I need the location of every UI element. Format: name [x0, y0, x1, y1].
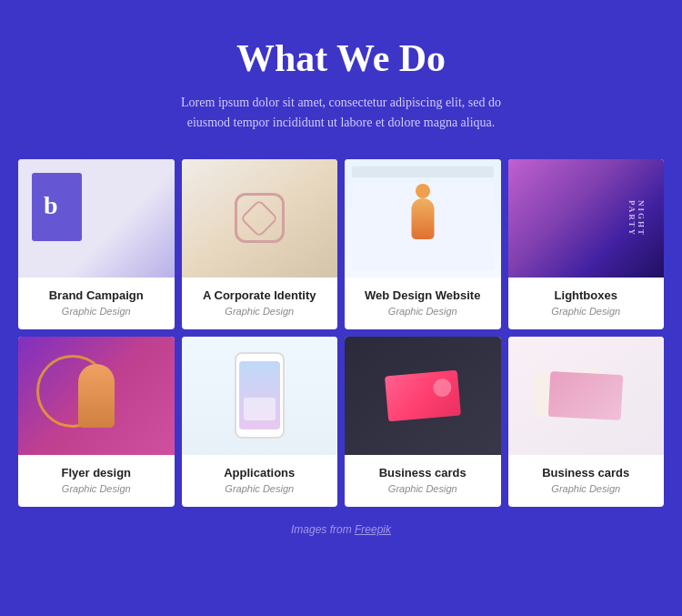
portfolio-grid: Brand CampaignGraphic DesignA Corporate …	[18, 159, 664, 507]
card-applications[interactable]: ApplicationsGraphic Design	[182, 337, 338, 507]
card-web-design[interactable]: Web Design WebsiteGraphic Design	[345, 159, 501, 329]
card-title-applications: Applications	[191, 466, 329, 480]
page-wrapper: What We Do Lorem ipsum dolor sit amet, c…	[0, 0, 682, 554]
section-description: Lorem ipsum dolor sit amet, consectetur …	[168, 93, 514, 134]
card-image-corporate-identity	[182, 159, 338, 278]
card-subtitle-corporate-identity: Graphic Design	[191, 306, 329, 317]
card-title-web-design: Web Design Website	[354, 288, 492, 302]
card-image-web-design	[345, 159, 501, 278]
footer-text: Images from	[291, 523, 355, 536]
card-subtitle-business-cards-2: Graphic Design	[517, 483, 656, 494]
card-subtitle-applications: Graphic Design	[191, 483, 329, 494]
card-business-cards-2[interactable]: Business cardsGraphic Design	[508, 337, 665, 507]
freepik-link[interactable]: Freepik	[355, 523, 391, 536]
card-image-business-cards-1	[345, 337, 501, 455]
card-title-flyer-design: Flyer design	[27, 466, 165, 480]
section-header: What We Do Lorem ipsum dolor sit amet, c…	[18, 36, 664, 134]
card-brand-campaign[interactable]: Brand CampaignGraphic Design	[18, 159, 175, 329]
card-subtitle-lightboxes: Graphic Design	[517, 306, 656, 317]
card-image-business-cards-2	[508, 337, 665, 455]
card-corporate-identity[interactable]: A Corporate IdentityGraphic Design	[182, 159, 338, 329]
footer-attribution: Images from Freepik	[18, 523, 664, 536]
card-title-lightboxes: Lightboxes	[517, 288, 656, 302]
card-image-brand-campaign	[18, 159, 175, 278]
card-title-business-cards-1: Business cards	[354, 466, 492, 480]
card-flyer-design[interactable]: Flyer designGraphic Design	[18, 337, 175, 507]
card-image-flyer-design	[18, 337, 175, 455]
card-subtitle-web-design: Graphic Design	[354, 306, 492, 317]
card-title-brand-campaign: Brand Campaign	[27, 288, 165, 302]
card-title-corporate-identity: A Corporate Identity	[191, 288, 329, 302]
section-title: What We Do	[18, 36, 664, 80]
card-lightboxes[interactable]: LightboxesGraphic Design	[508, 159, 665, 329]
card-business-cards-1[interactable]: Business cardsGraphic Design	[345, 337, 501, 507]
card-subtitle-flyer-design: Graphic Design	[27, 483, 165, 494]
card-subtitle-brand-campaign: Graphic Design	[27, 306, 165, 317]
card-title-business-cards-2: Business cards	[517, 466, 656, 480]
card-image-lightboxes	[508, 159, 665, 278]
card-image-applications	[182, 337, 338, 455]
card-subtitle-business-cards-1: Graphic Design	[354, 483, 492, 494]
